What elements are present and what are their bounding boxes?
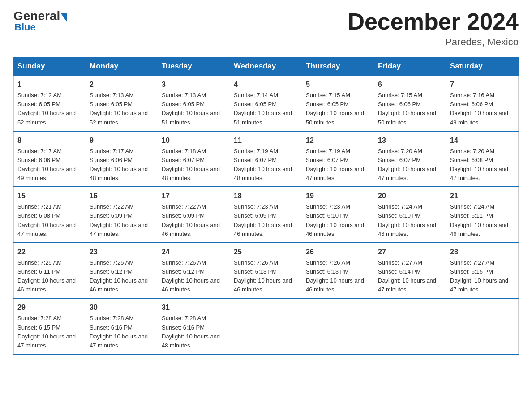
table-row: 28 Sunrise: 7:27 AMSunset: 6:15 PMDaylig…	[446, 243, 519, 299]
day-number: 6	[378, 79, 442, 90]
day-number: 19	[306, 191, 370, 201]
day-info: Sunrise: 7:26 AMSunset: 6:13 PMDaylight:…	[234, 259, 292, 293]
table-row: 19 Sunrise: 7:23 AMSunset: 6:10 PMDaylig…	[302, 187, 374, 243]
table-row: 11 Sunrise: 7:19 AMSunset: 6:07 PMDaylig…	[230, 131, 302, 187]
table-row: 4 Sunrise: 7:14 AMSunset: 6:05 PMDayligh…	[230, 76, 302, 131]
page-header: General Blue December 2024 Paredes, Mexi…	[13, 9, 519, 48]
table-row: 23 Sunrise: 7:25 AMSunset: 6:12 PMDaylig…	[86, 243, 158, 299]
day-info: Sunrise: 7:19 AMSunset: 6:07 PMDaylight:…	[306, 148, 364, 181]
table-row: 18 Sunrise: 7:23 AMSunset: 6:09 PMDaylig…	[230, 187, 302, 243]
day-number: 26	[306, 247, 370, 257]
day-number: 30	[90, 302, 154, 313]
table-row: 31 Sunrise: 7:28 AMSunset: 6:16 PMDaylig…	[158, 298, 230, 354]
day-info: Sunrise: 7:24 AMSunset: 6:10 PMDaylight:…	[378, 203, 436, 237]
logo: General Blue	[13, 9, 68, 33]
day-number: 9	[90, 135, 154, 146]
day-info: Sunrise: 7:15 AMSunset: 6:05 PMDaylight:…	[306, 92, 364, 125]
day-info: Sunrise: 7:14 AMSunset: 6:05 PMDaylight:…	[234, 92, 292, 125]
col-friday: Friday	[374, 57, 446, 76]
day-number: 22	[17, 247, 82, 257]
day-number: 31	[162, 302, 226, 313]
day-info: Sunrise: 7:26 AMSunset: 6:12 PMDaylight:…	[162, 259, 220, 293]
calendar-week-row: 1 Sunrise: 7:12 AMSunset: 6:05 PMDayligh…	[14, 76, 519, 131]
col-thursday: Thursday	[302, 57, 374, 76]
calendar-week-row: 8 Sunrise: 7:17 AMSunset: 6:06 PMDayligh…	[14, 131, 519, 187]
table-row: 3 Sunrise: 7:13 AMSunset: 6:05 PMDayligh…	[158, 76, 230, 131]
location: Paredes, Mexico	[348, 36, 519, 48]
table-row: 20 Sunrise: 7:24 AMSunset: 6:10 PMDaylig…	[374, 187, 446, 243]
day-number: 24	[162, 247, 226, 257]
table-row: 7 Sunrise: 7:16 AMSunset: 6:06 PMDayligh…	[446, 76, 519, 131]
table-row: 5 Sunrise: 7:15 AMSunset: 6:05 PMDayligh…	[302, 76, 374, 131]
col-saturday: Saturday	[446, 57, 519, 76]
day-info: Sunrise: 7:15 AMSunset: 6:06 PMDaylight:…	[378, 92, 436, 125]
day-info: Sunrise: 7:23 AMSunset: 6:09 PMDaylight:…	[234, 203, 292, 237]
day-number: 2	[90, 79, 154, 90]
table-row: 1 Sunrise: 7:12 AMSunset: 6:05 PMDayligh…	[14, 76, 86, 131]
day-number: 28	[450, 247, 515, 257]
day-info: Sunrise: 7:22 AMSunset: 6:09 PMDaylight:…	[162, 203, 220, 237]
day-number: 18	[234, 191, 298, 201]
table-row: 6 Sunrise: 7:15 AMSunset: 6:06 PMDayligh…	[374, 76, 446, 131]
day-info: Sunrise: 7:22 AMSunset: 6:09 PMDaylight:…	[90, 203, 148, 237]
table-row: 2 Sunrise: 7:13 AMSunset: 6:05 PMDayligh…	[86, 76, 158, 131]
table-row: 15 Sunrise: 7:21 AMSunset: 6:08 PMDaylig…	[14, 187, 86, 243]
day-info: Sunrise: 7:13 AMSunset: 6:05 PMDaylight:…	[90, 92, 148, 125]
calendar-week-row: 22 Sunrise: 7:25 AMSunset: 6:11 PMDaylig…	[14, 243, 519, 299]
calendar-week-row: 15 Sunrise: 7:21 AMSunset: 6:08 PMDaylig…	[14, 187, 519, 243]
calendar-header-row: Sunday Monday Tuesday Wednesday Thursday…	[14, 57, 519, 76]
day-info: Sunrise: 7:28 AMSunset: 6:16 PMDaylight:…	[162, 315, 220, 348]
day-number: 4	[234, 79, 298, 90]
month-title: December 2024	[348, 9, 519, 34]
table-row: 21 Sunrise: 7:24 AMSunset: 6:11 PMDaylig…	[446, 187, 519, 243]
table-row: 8 Sunrise: 7:17 AMSunset: 6:06 PMDayligh…	[14, 131, 86, 187]
day-number: 13	[378, 135, 442, 146]
table-row	[302, 298, 374, 354]
table-row: 17 Sunrise: 7:22 AMSunset: 6:09 PMDaylig…	[158, 187, 230, 243]
day-info: Sunrise: 7:27 AMSunset: 6:15 PMDaylight:…	[450, 259, 508, 293]
table-row	[374, 298, 446, 354]
day-info: Sunrise: 7:20 AMSunset: 6:07 PMDaylight:…	[378, 148, 436, 181]
col-monday: Monday	[86, 57, 158, 76]
day-info: Sunrise: 7:13 AMSunset: 6:05 PMDaylight:…	[162, 92, 220, 125]
table-row: 27 Sunrise: 7:27 AMSunset: 6:14 PMDaylig…	[374, 243, 446, 299]
col-sunday: Sunday	[14, 57, 86, 76]
day-number: 7	[450, 79, 515, 90]
day-number: 8	[17, 135, 82, 146]
table-row: 12 Sunrise: 7:19 AMSunset: 6:07 PMDaylig…	[302, 131, 374, 187]
table-row: 26 Sunrise: 7:26 AMSunset: 6:13 PMDaylig…	[302, 243, 374, 299]
day-info: Sunrise: 7:19 AMSunset: 6:07 PMDaylight:…	[234, 148, 292, 181]
table-row	[230, 298, 302, 354]
day-info: Sunrise: 7:24 AMSunset: 6:11 PMDaylight:…	[450, 203, 508, 237]
day-info: Sunrise: 7:28 AMSunset: 6:15 PMDaylight:…	[17, 315, 76, 348]
table-row: 10 Sunrise: 7:18 AMSunset: 6:07 PMDaylig…	[158, 131, 230, 187]
day-info: Sunrise: 7:27 AMSunset: 6:14 PMDaylight:…	[378, 259, 436, 293]
day-info: Sunrise: 7:17 AMSunset: 6:06 PMDaylight:…	[90, 148, 148, 181]
day-info: Sunrise: 7:12 AMSunset: 6:05 PMDaylight:…	[17, 92, 76, 125]
day-info: Sunrise: 7:21 AMSunset: 6:08 PMDaylight:…	[17, 203, 76, 237]
logo-blue-text: Blue	[14, 21, 36, 33]
calendar-table: Sunday Monday Tuesday Wednesday Thursday…	[13, 57, 519, 355]
day-number: 25	[234, 247, 298, 257]
title-area: December 2024 Paredes, Mexico	[348, 9, 519, 48]
day-number: 1	[17, 79, 82, 90]
day-number: 20	[378, 191, 442, 201]
table-row: 13 Sunrise: 7:20 AMSunset: 6:07 PMDaylig…	[374, 131, 446, 187]
day-info: Sunrise: 7:25 AMSunset: 6:12 PMDaylight:…	[90, 259, 148, 293]
table-row: 22 Sunrise: 7:25 AMSunset: 6:11 PMDaylig…	[14, 243, 86, 299]
day-info: Sunrise: 7:17 AMSunset: 6:06 PMDaylight:…	[17, 148, 76, 181]
day-number: 3	[162, 79, 226, 90]
table-row: 14 Sunrise: 7:20 AMSunset: 6:08 PMDaylig…	[446, 131, 519, 187]
col-wednesday: Wednesday	[230, 57, 302, 76]
table-row: 9 Sunrise: 7:17 AMSunset: 6:06 PMDayligh…	[86, 131, 158, 187]
day-number: 10	[162, 135, 226, 146]
calendar-week-row: 29 Sunrise: 7:28 AMSunset: 6:15 PMDaylig…	[14, 298, 519, 354]
table-row	[446, 298, 519, 354]
day-info: Sunrise: 7:23 AMSunset: 6:10 PMDaylight:…	[306, 203, 364, 237]
logo-arrow-icon	[61, 13, 67, 22]
day-number: 21	[450, 191, 515, 201]
day-number: 27	[378, 247, 442, 257]
day-info: Sunrise: 7:25 AMSunset: 6:11 PMDaylight:…	[17, 259, 76, 293]
table-row: 25 Sunrise: 7:26 AMSunset: 6:13 PMDaylig…	[230, 243, 302, 299]
day-number: 12	[306, 135, 370, 146]
